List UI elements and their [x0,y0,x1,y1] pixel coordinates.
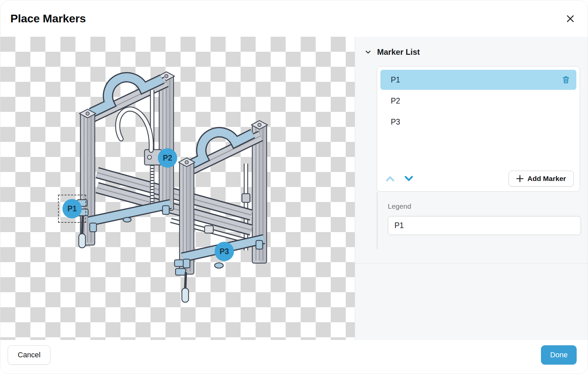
canvas-marker-p3[interactable]: P3 [215,242,234,261]
delete-marker-button[interactable] [561,75,571,85]
marker-label: P2 [163,154,172,163]
dialog-header: Place Markers [0,0,588,37]
frame-illustration [0,37,355,340]
canvas-marker-p1[interactable]: P1 [62,199,82,218]
chevron-down-icon [364,48,372,56]
dialog-footer: Cancel Done [0,340,588,374]
dialog-title: Place Markers [10,12,86,25]
legend-group: Legend [377,192,582,249]
add-marker-label: Add Marker [527,175,566,183]
chevron-down-icon [404,175,414,182]
marker-list-header: Marker List [363,46,420,58]
marker-item-label: P1 [391,75,400,84]
chevron-up-icon [385,175,395,182]
canvas-marker-p2[interactable]: P2 [158,148,177,168]
legend-input[interactable] [388,216,581,235]
leveling-foot [182,272,189,302]
collapse-marker-list-button[interactable] [363,47,373,57]
marker-list-controls: Add Marker [384,171,574,187]
marker-label: P3 [220,247,229,256]
marker-label: P1 [67,204,77,213]
frame-post [158,72,175,210]
move-marker-up-button[interactable] [384,174,396,183]
marker-list: P1 P2 P3 [377,66,580,192]
add-marker-button[interactable]: Add Marker [509,171,574,187]
bowden-tube [118,109,152,150]
legend-label: Legend [388,202,582,210]
plus-icon [516,175,524,182]
marker-list-item-p2[interactable]: P2 [380,91,576,111]
marker-list-title: Marker List [377,47,420,57]
cancel-button[interactable]: Cancel [8,345,50,365]
place-markers-dialog: Place Markers [0,0,588,374]
marker-canvas[interactable]: P1 P2 P3 [0,37,355,340]
marker-list-item-p3[interactable]: P3 [380,112,576,132]
base-plate [89,204,171,232]
close-button[interactable] [563,11,578,26]
marker-panel: Marker List P1 P2 P3 [355,37,588,340]
trash-icon [562,75,570,84]
marker-list-item-p1[interactable]: P1 [380,70,576,90]
marker-item-label: P2 [391,97,400,106]
done-button[interactable]: Done [541,345,577,365]
move-marker-down-button[interactable] [403,174,414,183]
close-icon [566,14,575,23]
marker-item-label: P3 [391,118,400,127]
panel-divider [355,263,588,263]
